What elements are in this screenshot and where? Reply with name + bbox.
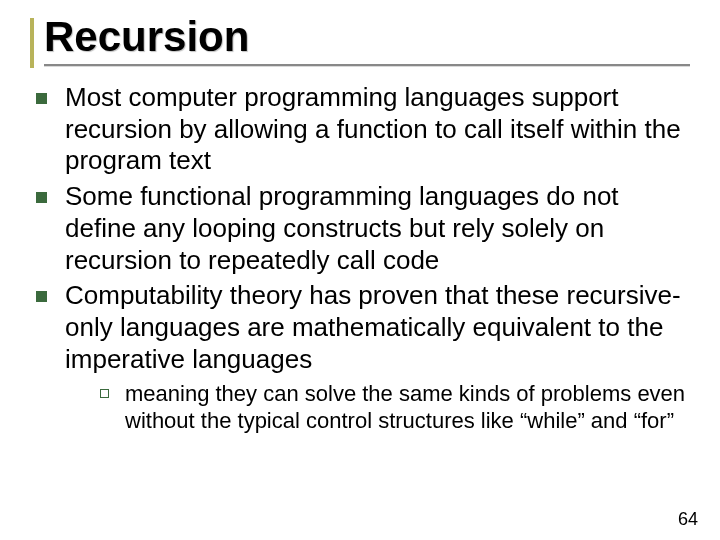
bullet-text: Some functional programming languages do… [65,181,692,276]
title-underline [44,64,690,66]
title-accent-bar [30,18,34,68]
sub-list: meaning they can solve the same kinds of… [100,381,692,435]
slide: Recursion Most computer programming lang… [0,0,720,540]
list-item: meaning they can solve the same kinds of… [100,381,692,435]
bullet-outline-square-icon [100,389,109,398]
bullet-text: Computability theory has proven that the… [65,280,692,375]
page-number: 64 [678,509,698,530]
list-item: Most computer programming languages supp… [36,82,692,177]
title-area: Recursion [30,14,690,66]
list-item: Computability theory has proven that the… [36,280,692,375]
slide-body: Most computer programming languages supp… [36,82,692,435]
slide-title: Recursion [44,14,690,60]
bullet-text: Most computer programming languages supp… [65,82,692,177]
list-item: Some functional programming languages do… [36,181,692,276]
sub-bullet-text: meaning they can solve the same kinds of… [125,381,692,435]
bullet-square-icon [36,291,47,302]
bullet-square-icon [36,192,47,203]
bullet-square-icon [36,93,47,104]
